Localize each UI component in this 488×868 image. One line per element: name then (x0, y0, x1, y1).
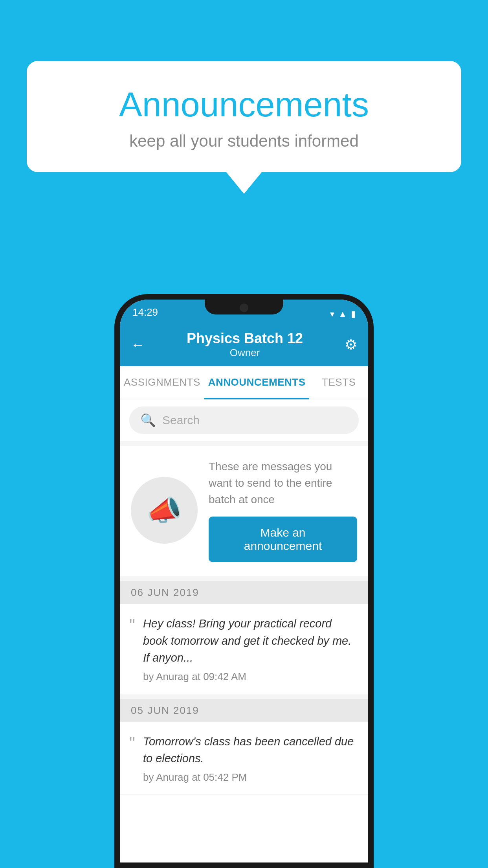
speech-bubble-card: Announcements keep all your students inf… (27, 61, 461, 172)
announcement-item-2[interactable]: " Tomorrow's class has been cancelled du… (120, 722, 368, 795)
announcement-author-2: by Anurag at 05:42 PM (143, 771, 357, 783)
promo-content: These are messages you want to send to t… (209, 458, 357, 562)
bubble-subtitle: keep all your students informed (58, 132, 430, 151)
back-button[interactable]: ← (131, 337, 145, 353)
announcement-text-2: Tomorrow's class has been cancelled due … (143, 733, 357, 767)
tabs-bar: ASSIGNMENTS ANNOUNCEMENTS TESTS (120, 366, 368, 399)
megaphone-icon: 📣 (147, 494, 182, 527)
status-icons: ▾ ▲ ▮ (330, 309, 356, 319)
date-separator-1: 06 JUN 2019 (120, 581, 368, 604)
search-placeholder: Search (162, 414, 200, 427)
announcement-item-1[interactable]: " Hey class! Bring your practical record… (120, 604, 368, 694)
app-header: ← Physics Batch 12 Owner ⚙ (120, 322, 368, 366)
tab-assignments[interactable]: ASSIGNMENTS (120, 366, 204, 399)
phone-notch (205, 300, 283, 314)
announcement-text-1: Hey class! Bring your practical record b… (143, 615, 357, 667)
signal-icon: ▲ (338, 309, 347, 319)
date-separator-2: 05 JUN 2019 (120, 699, 368, 722)
tab-announcements[interactable]: ANNOUNCEMENTS (204, 366, 310, 399)
announcement-author-1: by Anurag at 09:42 AM (143, 671, 357, 683)
promo-icon-circle: 📣 (131, 477, 198, 544)
header-subtitle: Owner (187, 347, 303, 359)
quote-icon-1: " (129, 617, 135, 683)
content-area: 🔍 Search 📣 These are messages you want t… (120, 399, 368, 795)
quote-icon-2: " (129, 735, 135, 783)
make-announcement-button[interactable]: Make an announcement (209, 517, 357, 562)
announcement-content-1: Hey class! Bring your practical record b… (143, 615, 357, 683)
bubble-tail (226, 172, 262, 194)
battery-icon: ▮ (351, 309, 356, 319)
bubble-title: Announcements (58, 85, 430, 125)
header-title: Physics Batch 12 (187, 330, 303, 347)
header-center: Physics Batch 12 Owner (187, 330, 303, 359)
announcement-content-2: Tomorrow's class has been cancelled due … (143, 733, 357, 783)
gear-icon[interactable]: ⚙ (345, 337, 357, 353)
phone-frame: 14:29 ▾ ▲ ▮ ← Physics Batch 12 Owner ⚙ A… (114, 294, 374, 868)
search-container: 🔍 Search (120, 399, 368, 441)
tab-tests[interactable]: TESTS (309, 366, 368, 399)
search-bar[interactable]: 🔍 Search (129, 406, 359, 434)
speech-bubble-section: Announcements keep all your students inf… (27, 61, 461, 194)
phone-screen: 14:29 ▾ ▲ ▮ ← Physics Batch 12 Owner ⚙ A… (120, 300, 368, 862)
status-time: 14:29 (132, 306, 158, 319)
phone-camera (240, 303, 248, 312)
promo-card: 📣 These are messages you want to send to… (120, 446, 368, 576)
wifi-icon: ▾ (330, 309, 334, 319)
promo-text: These are messages you want to send to t… (209, 458, 357, 508)
search-icon: 🔍 (140, 413, 156, 428)
